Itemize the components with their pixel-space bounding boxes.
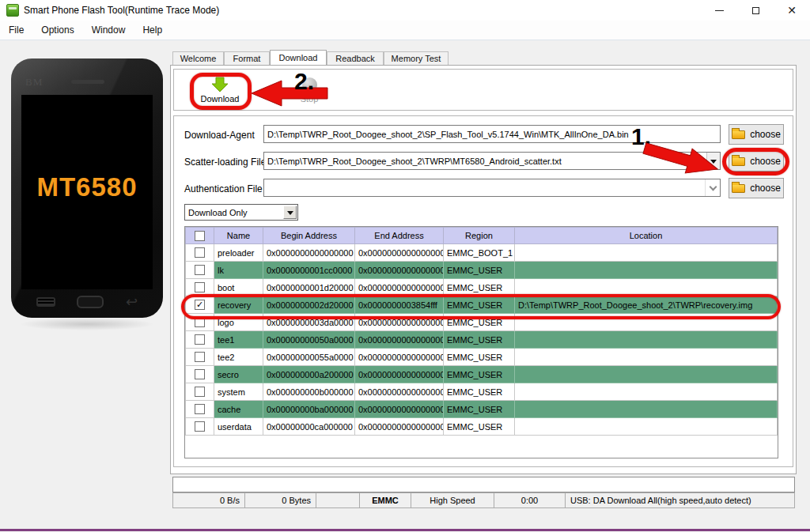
row-checkbox-cell[interactable] [186,383,214,401]
cell-region: EMMC_USER [444,383,515,401]
row-checkbox-cell[interactable] [186,418,214,436]
tab-readback[interactable]: Readback [327,51,384,65]
cell-begin-address: 0x00000000055a0000 [263,349,355,366]
cell-begin-address: 0x00000000ba000000 [263,401,355,418]
cell-begin-address: 0x0000000001cc0000 [263,262,355,279]
tab-download[interactable]: Download [270,50,327,65]
header-location: Location [515,228,778,244]
table-row[interactable]: preloader0x00000000000000000x00000000000… [186,244,778,262]
stop-button-label: Stop [301,94,319,104]
tab-welcome[interactable]: Welcome [172,51,224,65]
table-row[interactable]: secro0x000000000a2000000x000000000000000… [186,366,778,383]
table-row[interactable]: logo0x0000000003da00000x0000000000000000… [186,314,778,331]
row-checkbox[interactable] [195,369,205,379]
tab-memory-test[interactable]: Memory Test [384,51,449,65]
tab-format[interactable]: Format [224,51,270,65]
row-checkbox-cell[interactable] [186,366,214,383]
cell-end-address: 0x0000000000000000 [355,331,444,349]
cell-name: preloader [214,244,263,262]
maximize-button[interactable] [737,0,774,21]
auth-file-label: Authentication File [184,183,263,194]
table-row[interactable]: userdata0x00000000ca0000000x000000000000… [186,418,778,436]
phone-softkeys: ↩ [11,293,163,311]
auth-dropdown-icon[interactable] [705,179,720,196]
download-button[interactable]: Download [195,72,245,108]
row-checkbox[interactable] [195,265,205,275]
row-checkbox-cell[interactable] [186,314,214,331]
mode-dropdown-icon[interactable] [283,206,297,219]
row-checkbox[interactable] [195,247,205,258]
toolbar-box [173,69,793,111]
cell-begin-address: 0x0000000000000000 [263,244,355,262]
scatter-file-label: Scatter-loading File [184,157,266,168]
cell-name: userdata [214,418,263,436]
row-checkbox[interactable] [195,387,205,397]
table-row[interactable]: ✓recovery0x0000000002d200000x00000000038… [186,296,778,314]
app-icon [6,4,19,17]
status-usb-mode: USB: DA Download All(high speed,auto det… [566,492,795,508]
row-checkbox[interactable] [195,334,205,345]
cell-begin-address: 0x0000000001d20000 [263,279,355,296]
scatter-choose-button[interactable]: choose [729,151,784,172]
row-checkbox-cell[interactable] [186,244,214,262]
row-checkbox[interactable] [195,421,205,432]
menu-key-icon [36,297,55,307]
table-row[interactable]: tee10x00000000050a00000x0000000000000000… [186,331,778,349]
table-row[interactable]: system0x000000000b0000000x00000000000000… [186,383,778,401]
row-checkbox-cell[interactable] [186,262,214,279]
row-checkbox-cell[interactable] [186,401,214,418]
scatter-file-input[interactable] [263,152,721,170]
table-row[interactable]: tee20x00000000055a00000x0000000000000000… [186,349,778,366]
cell-end-address: 0x0000000003854fff [355,296,444,314]
cell-name: boot [214,279,263,296]
table-row[interactable]: lk0x0000000001cc00000x0000000000000000EM… [186,262,778,279]
row-checkbox-checked[interactable]: ✓ [195,300,205,310]
download-agent-label: Download-Agent [184,130,255,141]
row-checkbox-cell[interactable] [186,279,214,296]
bottom-accent-line [0,529,810,531]
cell-begin-address: 0x000000000a200000 [263,366,355,383]
folder-icon [732,130,745,139]
window-title: Smart Phone Flash Tool(Runtime Trace Mod… [24,5,219,16]
cell-location [515,366,778,383]
row-checkbox[interactable] [195,352,205,362]
menu-help[interactable]: Help [134,21,171,39]
cell-region: EMMC_USER [444,279,515,296]
mode-select[interactable]: Download Only [184,204,298,221]
menu-options[interactable]: Options [32,21,82,39]
minimize-button[interactable] [701,0,737,21]
row-checkbox-cell[interactable] [186,331,214,349]
cell-end-address: 0x0000000000000000 [355,279,444,296]
cell-begin-address: 0x00000000ca000000 [263,418,355,436]
row-checkbox[interactable] [195,317,205,327]
row-checkbox-cell[interactable] [186,349,214,366]
select-all-checkbox[interactable] [195,231,205,241]
table-row[interactable]: cache0x00000000ba0000000x000000000000000… [186,401,778,418]
table-row[interactable]: boot0x0000000001d200000x0000000000000000… [186,279,778,296]
header-checkbox-cell[interactable] [186,228,214,244]
download-agent-input[interactable] [263,125,721,143]
stop-button[interactable]: Stop [284,72,335,108]
cell-end-address: 0x0000000000000000 [355,418,444,436]
partition-table-box: Name Begin Address End Address Region Lo… [184,226,778,458]
row-checkbox-cell[interactable]: ✓ [186,296,214,314]
mode-select-value: Download Only [188,208,248,217]
menu-file[interactable]: File [0,21,32,39]
phone-earpiece [71,80,104,84]
phone-brand-label: BM [25,76,43,89]
auth-file-input[interactable] [263,179,721,197]
scatter-dropdown-icon[interactable] [706,153,720,169]
menu-bar: File Options Window Help [0,21,810,40]
folder-icon [732,184,745,193]
header-end-address: End Address [355,228,444,244]
cell-location [515,244,778,262]
cell-region: EMMC_BOOT_1 [444,244,515,262]
menu-window[interactable]: Window [83,21,134,39]
download-arrow-icon [211,77,229,92]
row-checkbox[interactable] [195,282,205,292]
row-checkbox[interactable] [195,404,205,414]
download-agent-choose-button[interactable]: choose [729,124,784,145]
status-bytes: 0 Bytes [245,492,316,508]
auth-choose-button[interactable]: choose [729,178,784,198]
close-button[interactable]: ✕ [774,0,810,21]
